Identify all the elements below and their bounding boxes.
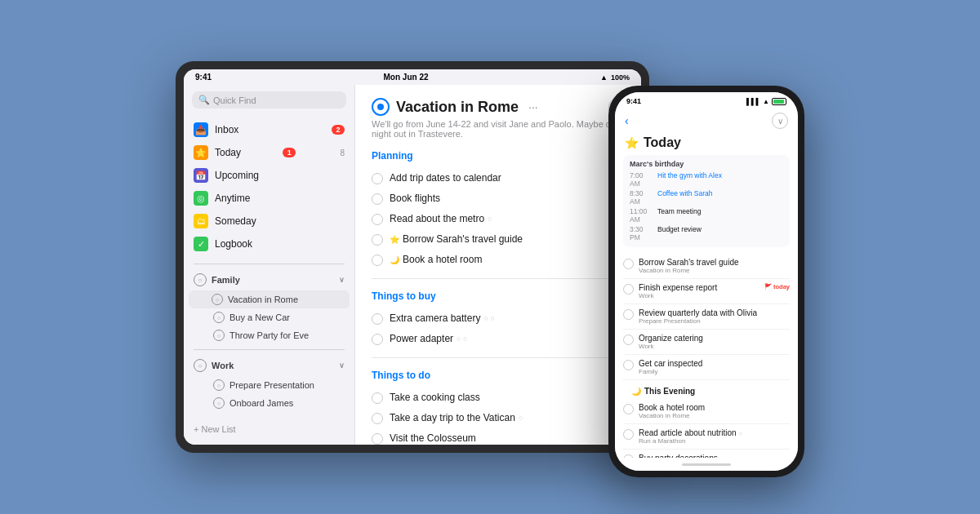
family-section-icon: ○	[194, 273, 207, 286]
logbook-icon: ✓	[194, 237, 208, 251]
home-indicator	[615, 458, 798, 471]
task-checkbox[interactable]	[372, 413, 383, 424]
evening-moon-icon: 🌙	[631, 387, 641, 396]
task-book-flights[interactable]: Book flights	[372, 188, 625, 209]
task-sub: Prepare Presentation	[639, 317, 790, 325]
task-check[interactable]	[623, 259, 634, 269]
phone-nav: ‹ ∨	[615, 108, 798, 132]
sidebar-item-someday[interactable]: 🗂 Someday	[184, 210, 354, 233]
search-placeholder: Quick Find	[213, 95, 256, 105]
task-check[interactable]	[623, 335, 634, 345]
note-icon: ○ ○	[483, 314, 494, 322]
sidebar-item-label-anytime: Anytime	[215, 193, 250, 204]
cal-title: Budget review	[657, 225, 702, 241]
phone-task-3[interactable]: Review quarterly data with Olivia Prepar…	[623, 304, 790, 330]
project-title: Vacation in Rome	[396, 99, 519, 116]
task-label: Visit the Colosseum	[390, 432, 625, 444]
task-check[interactable]	[623, 360, 634, 370]
main-header: Vacation in Rome ··· ∨	[372, 98, 625, 116]
task-borrow-guide[interactable]: ⭐ Borrow Sarah's travel guide	[372, 229, 625, 250]
sidebar-section-family[interactable]: ○ Family ∨	[184, 269, 354, 290]
task-checkbox[interactable]	[372, 234, 383, 246]
sidebar-sub-buy-car[interactable]: ○ Buy a New Car	[184, 308, 354, 326]
task-content: Organize catering Work	[639, 334, 790, 350]
phone-device: 9:41 ▌▌▌ ▲ ‹ ∨ ⭐ Today Marc's bi	[608, 86, 804, 477]
phone-task-2[interactable]: Finish expense report Work 🚩 today	[623, 279, 790, 304]
section-things-buy: Things to buy	[372, 290, 625, 302]
star-icon: ⭐	[390, 235, 399, 244]
phone-task-1[interactable]: Borrow Sarah's travel guide Vacation in …	[623, 254, 790, 279]
inbox-badge: 2	[332, 125, 345, 135]
sidebar-item-anytime[interactable]: ◎ Anytime	[184, 187, 354, 210]
cal-time: 11:00 AM	[630, 207, 654, 224]
task-check[interactable]	[623, 404, 634, 414]
task-name: Get car inspected	[639, 359, 790, 368]
sidebar-sub-onboard-james[interactable]: ○ Onboard James	[184, 394, 354, 412]
task-checkbox[interactable]	[372, 214, 383, 225]
work-section-icon: ○	[194, 359, 207, 372]
collapse-button[interactable]: ∨	[772, 113, 788, 129]
task-checkbox[interactable]	[372, 193, 383, 205]
task-content: Read article about nutrition ○ Run a Mar…	[639, 428, 790, 445]
task-content: Get car inspected Family	[639, 359, 790, 375]
task-read-metro[interactable]: Read about the metro ○	[372, 209, 625, 229]
someday-icon: 🗂	[194, 214, 208, 228]
cal-event-4: 3:30 PM Budget review	[630, 224, 783, 242]
phone-evening-task-3[interactable]: Buy party decorations ○ ○ Throw Party fo…	[623, 450, 790, 458]
search-bar[interactable]: 🔍 Quick Find	[192, 91, 346, 109]
sidebar-sub-party-eve[interactable]: ○ Throw Party for Eve	[184, 326, 354, 344]
task-checkbox[interactable]	[372, 433, 383, 445]
sidebar-item-inbox[interactable]: 📥 Inbox 2	[184, 118, 354, 141]
search-icon: 🔍	[198, 95, 210, 105]
sidebar-section-work[interactable]: ○ Work ∨	[184, 355, 354, 376]
task-cooking-class[interactable]: Take a cooking class	[372, 388, 625, 408]
family-chevron-icon: ∨	[339, 276, 345, 284]
task-label: Read about the metro ○	[390, 213, 625, 224]
task-checkbox[interactable]	[372, 392, 383, 404]
ellipsis-button[interactable]: ···	[528, 100, 538, 113]
task-checkbox[interactable]	[372, 255, 383, 266]
task-label: Power adapter ○ ○	[390, 333, 625, 344]
new-list-button[interactable]: + New List	[184, 420, 354, 438]
task-check[interactable]	[623, 429, 634, 440]
task-checkbox[interactable]	[372, 334, 383, 345]
cal-time: 8:30 AM	[630, 189, 654, 206]
task-add-trip-dates[interactable]: Add trip dates to calendar	[372, 168, 625, 188]
onboard-james-label: Onboard James	[229, 398, 293, 408]
tablet-device: 9:41 Mon Jun 22 ▲ 100% 🔍 Quick Find 📥	[176, 61, 649, 453]
sidebar-item-label-inbox: Inbox	[215, 124, 238, 135]
calendar-header: Marc's birthday	[630, 160, 783, 168]
back-button[interactable]: ‹	[625, 114, 629, 127]
task-label: ⭐ Borrow Sarah's travel guide	[390, 233, 625, 245]
section-planning: Planning	[372, 150, 625, 162]
task-checkbox[interactable]	[372, 313, 383, 325]
sidebar-sub-vacation-rome[interactable]: ○ Vacation in Rome	[189, 290, 350, 308]
note-icon: ○ ○	[457, 335, 467, 343]
sidebar-sub-prepare-presentation[interactable]: ○ Prepare Presentation	[184, 376, 354, 394]
task-check[interactable]	[623, 309, 634, 320]
phone-evening-task-2[interactable]: Read article about nutrition ○ Run a Mar…	[623, 424, 790, 450]
phone-task-5[interactable]: Get car inspected Family	[623, 355, 790, 380]
task-colosseum[interactable]: Visit the Colosseum	[372, 428, 625, 445]
sidebar-item-logbook[interactable]: ✓ Logbook	[184, 233, 354, 255]
vacation-item-label: Vacation in Rome	[228, 295, 298, 304]
task-check[interactable]	[623, 284, 634, 295]
task-label: Take a day trip to the Vatican ○	[390, 412, 625, 423]
task-power-adapter[interactable]: Power adapter ○ ○	[372, 329, 625, 349]
phone-task-4[interactable]: Organize catering Work	[623, 330, 790, 355]
cal-event-3: 11:00 AM Team meeting	[630, 206, 783, 224]
today-badge: 🚩 today	[764, 283, 790, 290]
cal-time: 3:30 PM	[630, 225, 654, 241]
task-vatican[interactable]: Take a day trip to the Vatican ○	[372, 408, 625, 428]
task-camera-battery[interactable]: Extra camera battery ○ ○	[372, 308, 625, 329]
phone-evening-task-1[interactable]: Book a hotel room Vacation in Rome	[623, 399, 790, 424]
task-checkbox[interactable]	[372, 173, 383, 184]
work-chevron-icon: ∨	[339, 361, 345, 370]
sidebar-item-upcoming[interactable]: 📅 Upcoming	[184, 164, 354, 187]
moon-icon: 🌙	[390, 255, 399, 264]
sidebar-item-today[interactable]: ⭐ Today 1 8	[184, 141, 354, 164]
task-book-hotel[interactable]: 🌙 Book a hotel room	[372, 250, 625, 270]
task-name: Book a hotel room	[639, 403, 790, 412]
sidebar-item-label-logbook: Logbook	[215, 238, 252, 250]
task-content: Borrow Sarah's travel guide Vacation in …	[639, 258, 790, 274]
